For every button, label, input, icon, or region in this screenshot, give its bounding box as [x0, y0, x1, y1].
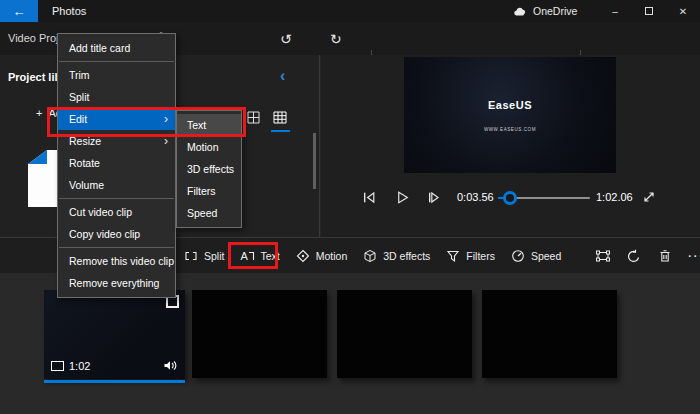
photos-video-editor-window: ← Photos OneDrive – ✕ Video Project › Ne…	[0, 0, 700, 414]
menu-separator	[59, 61, 174, 62]
collapse-panel-icon[interactable]: ‹	[280, 67, 285, 85]
split-icon	[183, 248, 199, 264]
onedrive-status[interactable]: OneDrive	[512, 0, 577, 22]
title-card-icon	[51, 361, 64, 371]
grid-2x2-icon	[246, 110, 261, 125]
cloud-icon	[512, 6, 527, 17]
speaker-icon	[163, 359, 178, 372]
window-controls: – ✕	[598, 0, 700, 22]
rotate-button[interactable]	[626, 248, 642, 264]
plus-icon: +	[36, 107, 42, 119]
title-bar: ← Photos OneDrive – ✕	[0, 0, 700, 22]
submenu-item-motion[interactable]: Motion	[177, 136, 241, 158]
timeline-clip-selected[interactable]: 1:02	[44, 290, 185, 379]
next-frame-button[interactable]	[427, 190, 443, 206]
annotation-box-edit-text	[47, 107, 246, 137]
minimize-button[interactable]: –	[598, 0, 632, 22]
menu-separator	[59, 198, 174, 199]
speed-icon	[510, 248, 526, 264]
seek-slider[interactable]	[498, 197, 590, 199]
timeline-clip[interactable]	[192, 290, 327, 378]
selected-clip-indicator	[44, 380, 185, 383]
maximize-icon	[645, 7, 653, 15]
menu-item-add-title-card[interactable]: Add title card	[58, 37, 175, 59]
filters-button[interactable]: Filters	[445, 248, 495, 264]
selected-view-underline	[271, 130, 290, 132]
clip-duration: 1:02	[69, 360, 90, 372]
timeline-clip[interactable]	[337, 290, 472, 378]
clip-meta: 1:02	[51, 360, 90, 372]
redo-button[interactable]: ↻	[330, 31, 342, 47]
speed-button[interactable]: Speed	[510, 248, 561, 264]
transport-controls: 0:03.56 1:02.06	[321, 183, 700, 213]
menu-item-remove-this-video-clip[interactable]: Remove this video clip	[58, 250, 175, 272]
app-title: Photos	[52, 5, 86, 17]
library-scrollbar[interactable]	[313, 133, 316, 189]
annotation-box-text-button	[228, 242, 278, 269]
back-arrow-icon: ←	[13, 4, 26, 19]
menu-item-volume[interactable]: Volume	[58, 174, 175, 196]
motion-button[interactable]: Motion	[295, 248, 348, 264]
menu-item-cut-video-clip[interactable]: Cut video clip	[58, 201, 175, 223]
total-time: 1:02.06	[596, 191, 633, 203]
rotate-icon	[626, 248, 642, 264]
menu-separator	[59, 247, 174, 248]
title-card-fold	[28, 150, 47, 164]
previous-frame-icon	[362, 190, 377, 205]
maximize-button[interactable]	[632, 0, 666, 22]
back-button[interactable]: ←	[0, 0, 38, 22]
undo-button[interactable]: ↺	[280, 31, 292, 47]
next-frame-icon	[427, 190, 442, 205]
submenu-item-filters[interactable]: Filters	[177, 180, 241, 202]
split-button[interactable]: Split	[183, 248, 224, 264]
menu-item-remove-everything[interactable]: Remove everything	[58, 272, 175, 294]
motion-icon	[295, 248, 311, 264]
play-button[interactable]	[395, 190, 411, 206]
more-icon: ···	[688, 250, 700, 262]
previous-frame-button[interactable]	[362, 190, 378, 206]
menu-item-copy-video-clip[interactable]: Copy video clip	[58, 223, 175, 245]
delete-button[interactable]	[657, 248, 673, 264]
3d-effects-icon	[362, 248, 378, 264]
expand-icon	[642, 190, 656, 204]
play-icon	[395, 190, 410, 205]
toolbar-more-button[interactable]: ···	[688, 250, 700, 262]
resize-frame-button[interactable]	[595, 248, 611, 264]
3d-effects-button[interactable]: 3D effects	[362, 248, 430, 264]
filters-icon	[445, 248, 461, 264]
watermark-subtitle: WWW.EASEUS.COM	[484, 127, 536, 132]
trash-icon	[657, 248, 673, 264]
submenu-item-3d-effects[interactable]: 3D effects	[177, 158, 241, 180]
frame-handles-icon	[595, 248, 611, 264]
submenu-item-speed[interactable]: Speed	[177, 202, 241, 224]
close-button[interactable]: ✕	[666, 0, 700, 22]
grid-view-large-button[interactable]	[272, 110, 288, 125]
grid-3x3-icon	[272, 110, 288, 125]
menu-item-trim[interactable]: Trim	[58, 64, 175, 86]
menu-item-split[interactable]: Split	[58, 86, 175, 108]
video-preview[interactable]: EaseUS WWW.EASEUS.COM	[404, 57, 616, 173]
fullscreen-button[interactable]	[642, 190, 658, 206]
clip-context-menu: Add title card Trim Split Edit › Resize …	[57, 33, 176, 298]
menu-item-rotate[interactable]: Rotate	[58, 152, 175, 174]
onedrive-label: OneDrive	[533, 5, 577, 17]
timeline-clip[interactable]	[482, 290, 617, 378]
watermark-title: EaseUS	[488, 99, 532, 111]
seek-thumb[interactable]	[503, 191, 517, 205]
grid-view-small-button[interactable]	[246, 110, 261, 125]
current-time: 0:03.56	[457, 191, 494, 203]
